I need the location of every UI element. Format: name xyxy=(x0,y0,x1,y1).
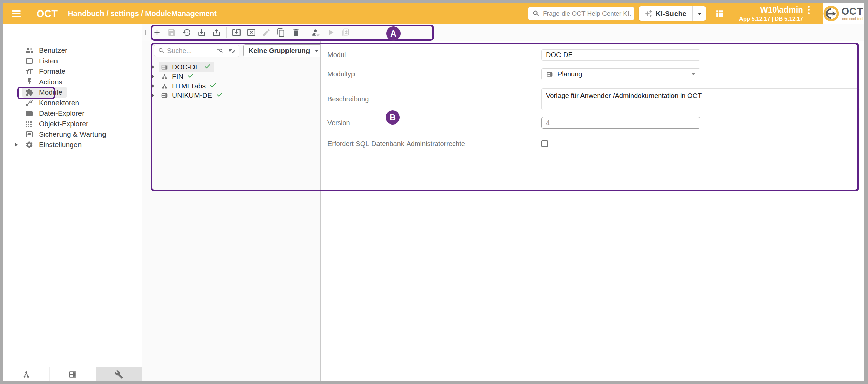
app-header: OCT Handbuch / settings / ModuleManageme… xyxy=(3,3,864,24)
hierarchy-icon xyxy=(161,73,168,80)
content-area: Keine Gruppierung DOC-DE FIN xyxy=(142,41,864,381)
sidebar-item-konnektoren[interactable]: Konnektoren xyxy=(3,97,142,108)
folder-icon xyxy=(25,109,33,117)
oct-logo-tagline: one cool tool xyxy=(842,17,863,21)
grouping-dropdown[interactable]: Keine Gruppierung xyxy=(243,44,324,57)
sidebar-item-datei-explorer[interactable]: Datei-Explorer xyxy=(3,108,142,118)
sidebar-item-actions[interactable]: Actions xyxy=(3,76,142,87)
sidebar-item-module[interactable]: Module xyxy=(3,87,142,97)
sidebar-item-listen[interactable]: Listen xyxy=(3,55,142,66)
expand-arrow-icon[interactable] xyxy=(152,93,154,97)
window-icon xyxy=(546,71,553,78)
sidebar-item-einstellungen[interactable]: Einstellungen xyxy=(3,139,142,150)
modultyp-select[interactable]: Planung xyxy=(541,68,700,80)
window-icon xyxy=(161,92,168,99)
user-settings-button[interactable] xyxy=(309,26,323,39)
user-menu-kebab-icon[interactable] xyxy=(805,5,813,14)
ki-search-split-button: KI-Suche xyxy=(639,6,706,21)
save-button[interactable] xyxy=(165,26,179,39)
help-center-search[interactable] xyxy=(528,7,634,20)
user-gear-icon xyxy=(312,28,320,37)
sidebar-nav: Benutzer Listen Formate Actions Module K… xyxy=(3,41,142,367)
apps-grid-button[interactable] xyxy=(713,7,726,20)
search-list-icon xyxy=(216,47,224,54)
grid-dots-icon xyxy=(25,120,33,128)
upload-button[interactable] xyxy=(210,26,223,39)
module-detail-form: Modul Modultyp Planung Beschreibung Vorl… xyxy=(321,41,864,381)
app-screen: OCT Handbuch / settings / ModuleManageme… xyxy=(3,3,864,381)
add-icon xyxy=(153,28,161,37)
check-icon xyxy=(187,72,195,81)
expand-arrow-icon[interactable] xyxy=(152,65,154,69)
delete-icon xyxy=(292,28,300,37)
wrench-icon xyxy=(115,370,123,379)
save-icon xyxy=(167,28,176,37)
tree-search-box[interactable] xyxy=(154,45,239,57)
chevron-down-icon xyxy=(692,73,695,75)
ai-sparkle-icon xyxy=(645,10,652,17)
tree-search-input[interactable] xyxy=(167,47,213,55)
beschreibung-label: Beschreibung xyxy=(327,88,369,110)
app-window: OCT Handbuch / settings / ModuleManageme… xyxy=(0,0,868,384)
search-icon xyxy=(532,10,540,17)
tree-item-htmltabs[interactable]: HTMLTabs xyxy=(142,81,320,91)
history-button[interactable] xyxy=(180,26,193,39)
tree-item-unikum-de[interactable]: UNIKUM-DE xyxy=(142,91,320,100)
breadcrumb: Handbuch / settings / ModuleManagement xyxy=(68,9,217,18)
tree-controls: Keine Gruppierung xyxy=(142,44,320,57)
toolbar xyxy=(142,24,864,41)
hamburger-menu-icon[interactable] xyxy=(12,7,25,20)
app-body: Benutzer Listen Formate Actions Module K… xyxy=(3,24,864,381)
tab-settings[interactable] xyxy=(96,367,142,381)
ki-search-dropdown-button[interactable] xyxy=(692,6,706,21)
hierarchy-icon xyxy=(22,370,31,379)
version-label: Version xyxy=(327,117,350,129)
tab-connections[interactable] xyxy=(3,367,50,381)
modultyp-label: Modultyp xyxy=(327,68,355,80)
edit-button[interactable] xyxy=(259,26,273,39)
beschreibung-textarea[interactable]: Vorlage für Anwender-/Admindokumentation… xyxy=(541,88,860,110)
document-diff-button[interactable] xyxy=(339,26,352,39)
window-icon xyxy=(68,370,77,379)
expand-arrow-icon[interactable] xyxy=(152,84,154,88)
window-icon xyxy=(161,64,168,71)
download-icon xyxy=(197,28,206,37)
sidebar-item-sicherung-wartung[interactable]: Sicherung & Wartung xyxy=(3,129,142,139)
main-area: Keine Gruppierung DOC-DE FIN xyxy=(142,24,864,381)
check-icon xyxy=(216,91,223,100)
sidebar-top-spacer xyxy=(3,24,142,41)
sql-admin-checkbox[interactable] xyxy=(541,140,548,147)
oct-logo: OCT one cool tool xyxy=(823,3,864,24)
modul-input[interactable] xyxy=(541,49,700,61)
run-button[interactable] xyxy=(324,26,338,39)
upload-icon xyxy=(212,28,221,37)
tree-item-doc-de[interactable]: DOC-DE xyxy=(142,62,320,72)
copy-button[interactable] xyxy=(274,26,288,39)
add-button[interactable] xyxy=(150,26,164,39)
install-update-button[interactable] xyxy=(230,26,243,39)
cancel-presentation-button[interactable] xyxy=(245,26,258,39)
toolbar-divider xyxy=(306,27,306,38)
tree-item-fin[interactable]: FIN xyxy=(142,72,320,81)
username[interactable]: W10\admin xyxy=(760,5,803,15)
sidebar-item-formate[interactable]: Formate xyxy=(3,66,142,76)
toolbar-drag-handle[interactable] xyxy=(145,30,147,35)
version-input[interactable] xyxy=(541,117,700,129)
search-in-list-button[interactable] xyxy=(215,46,225,55)
download-button[interactable] xyxy=(195,26,208,39)
expand-arrow-icon[interactable] xyxy=(15,143,18,147)
tab-frontend[interactable] xyxy=(50,367,96,381)
ki-search-button[interactable]: KI-Suche xyxy=(639,6,692,21)
sidebar-item-benutzer[interactable]: Benutzer xyxy=(3,45,142,55)
sidebar-item-objekt-explorer[interactable]: Objekt-Explorer xyxy=(3,118,142,129)
apps-grid-icon xyxy=(715,9,724,18)
puzzle-icon xyxy=(25,88,33,96)
delete-button[interactable] xyxy=(289,26,303,39)
edit-list-button[interactable] xyxy=(227,46,236,55)
expand-arrow-icon[interactable] xyxy=(152,74,154,78)
edit-list-icon xyxy=(228,47,235,54)
gear-icon xyxy=(25,141,33,149)
hierarchy-icon xyxy=(161,83,168,90)
help-center-search-input[interactable] xyxy=(543,10,631,17)
check-icon xyxy=(204,63,211,71)
